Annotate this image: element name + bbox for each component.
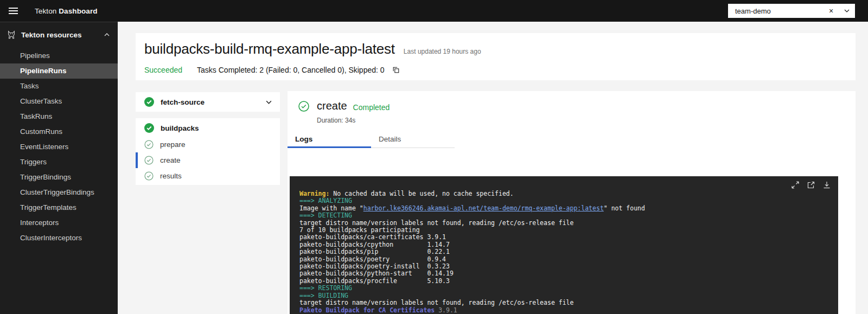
log-line: paketo-buildpacks/ca-certificates 3.9.1 (299, 234, 831, 241)
task-header-buildpacks[interactable]: buildpacks (136, 119, 280, 137)
log-line: Warning: No cached data will be used, no… (299, 190, 831, 197)
step-detail-panel: create Completed Duration: 34s LogsDetai… (288, 91, 856, 314)
tekton-logo-icon (7, 30, 16, 40)
log-link[interactable]: harbor.lke366246.akamai-apl.net/team-dem… (363, 204, 604, 212)
log-text: paketo-buildpacks/cpython 1.14.7 (299, 241, 450, 248)
sidebar-section-label: Tekton resources (21, 31, 104, 39)
step-item-results[interactable]: results (136, 168, 280, 184)
log-line: target distro name/version labels not fo… (299, 220, 831, 227)
menu-hamburger-icon[interactable] (0, 0, 26, 22)
log-text: paketo-buildpacks/procfile 5.10.3 (299, 277, 450, 285)
namespace-select[interactable]: team-demo × (728, 4, 855, 18)
log-line: paketo-buildpacks/python-start 0.14.19 (299, 270, 831, 277)
clear-selection-icon[interactable]: × (824, 7, 839, 15)
step-check-icon (144, 140, 154, 149)
step-name: create (160, 156, 181, 164)
success-check-icon (144, 123, 154, 133)
pipelinerun-header: buildpacks-build-rmq-example-app-latest … (136, 33, 856, 80)
log-line: paketo-buildpacks/cpython 1.14.7 (299, 241, 831, 248)
app-title: Tekton Dashboard (35, 7, 98, 15)
log-line: ===> DETECTING (299, 212, 831, 219)
log-text: ===> RESTORING (299, 284, 352, 292)
log-text: ===> BUILDING (299, 292, 348, 299)
log-line: paketo-buildpacks/procfile 5.10.3 (299, 278, 831, 285)
chevron-down-icon (265, 99, 272, 106)
sidebar-item-triggerbindings[interactable]: TriggerBindings (0, 170, 118, 185)
log-text: target distro name/version labels not fo… (299, 299, 573, 306)
task-name: buildpacks (161, 124, 199, 132)
log-text: paketo-buildpacks/ca-certificates 3.9.1 (299, 233, 446, 241)
sidebar-item-eventlisteners[interactable]: EventListeners (0, 139, 118, 155)
sidebar-item-tasks[interactable]: Tasks (0, 79, 118, 94)
log-line: ===> RESTORING (299, 285, 831, 292)
log-line: target distro name/version labels not fo… (299, 299, 831, 306)
tab-logs[interactable]: Logs (288, 132, 371, 148)
sidebar-items: PipelinesPipelineRunsTasksClusterTasksTa… (0, 48, 118, 246)
task-name: fetch-source (161, 98, 265, 106)
log-text: " not found (604, 204, 645, 212)
step-name: results (160, 172, 182, 180)
log-line: 7 of 10 buildpacks participating (299, 227, 831, 234)
log-line: paketo-buildpacks/poetry 0.9.4 (299, 256, 831, 263)
step-item-prepare[interactable]: prepare (136, 137, 280, 152)
namespace-select-value: team-demo (728, 7, 824, 15)
log-text: ===> DETECTING (299, 212, 352, 219)
tab-details[interactable]: Details (371, 132, 455, 148)
log-line: paketo-buildpacks/poetry-install 0.3.23 (299, 263, 831, 270)
sidebar-item-taskruns[interactable]: TaskRuns (0, 109, 118, 124)
step-item-create[interactable]: create (136, 152, 280, 168)
sidebar-item-clustertasks[interactable]: ClusterTasks (0, 94, 118, 109)
log-text: ===> ANALYZING (299, 197, 352, 204)
last-updated-text: Last updated 19 hours ago (404, 48, 481, 55)
step-title: create (317, 100, 347, 112)
sidebar-item-clusterinterceptors[interactable]: ClusterInterceptors (0, 230, 118, 246)
log-text: paketo-buildpacks/python-start 0.14.19 (299, 270, 454, 277)
main-content: buildpacks-build-rmq-example-app-latest … (118, 22, 868, 314)
step-check-icon (144, 156, 154, 165)
log-toolbar (791, 181, 831, 189)
step-status-text: Completed (353, 103, 390, 112)
log-line: ===> BUILDING (299, 292, 831, 299)
log-text: paketo-buildpacks/poetry-install 0.3.23 (299, 262, 450, 270)
step-tabs: LogsDetails (288, 132, 856, 148)
sidebar-section-tekton-resources[interactable]: Tekton resources (0, 22, 118, 45)
status-badge: Succeeded (144, 66, 182, 74)
sidebar-item-clustertriggerbindings[interactable]: ClusterTriggerBindings (0, 185, 118, 200)
step-success-check-icon (298, 101, 309, 112)
log-text: paketo-buildpacks/poetry 0.9.4 (299, 255, 446, 263)
task-item-fetch-source[interactable]: fetch-source (136, 92, 280, 112)
sidebar-item-customruns[interactable]: CustomRuns (0, 124, 118, 139)
task-item-buildpacks: buildpacks preparecreateresults (136, 118, 280, 185)
log-text: paketo-buildpacks/pip 0.22.1 (299, 248, 450, 255)
sidebar-item-pipelines[interactable]: Pipelines (0, 48, 118, 63)
open-in-new-icon[interactable] (807, 181, 815, 189)
chevron-down-icon[interactable] (839, 8, 855, 14)
app-title-product: Dashboard (59, 7, 97, 15)
log-text: Paketo Buildpack for CA Certificates (299, 306, 435, 314)
app-title-prefix: Tekton (35, 7, 56, 15)
sidebar-item-triggers[interactable]: Triggers (0, 155, 118, 170)
log-line: Image with name "harbor.lke366246.akamai… (299, 205, 831, 212)
download-icon[interactable] (822, 181, 831, 189)
sidebar: Tekton resources PipelinesPipelineRunsTa… (0, 22, 118, 314)
step-duration: Duration: 34s (317, 117, 856, 124)
step-name: prepare (160, 140, 186, 149)
log-text: 7 of 10 buildpacks participating (299, 226, 420, 234)
step-check-icon (144, 171, 154, 181)
sidebar-item-pipelineruns[interactable]: PipelineRuns (0, 63, 118, 79)
sidebar-item-interceptors[interactable]: Interceptors (0, 215, 118, 230)
log-viewer[interactable]: Warning: No cached data will be used, no… (290, 176, 838, 314)
sidebar-item-triggertemplates[interactable]: TriggerTemplates (0, 200, 118, 215)
chevron-up-icon (104, 31, 110, 38)
log-text: Image with name " (299, 204, 363, 212)
log-text: Warning: (299, 190, 329, 197)
copy-icon[interactable] (392, 66, 400, 74)
log-text: target distro name/version labels not fo… (299, 219, 573, 227)
page-title: buildpacks-build-rmq-example-app-latest (144, 41, 395, 57)
log-text: No cached data will be used, no cache sp… (329, 190, 513, 197)
log-line: ===> ANALYZING (299, 197, 831, 204)
tasks-summary: Tasks Completed: 2 (Failed: 0, Cancelled… (197, 66, 385, 74)
maximize-icon[interactable] (791, 181, 800, 189)
log-text: 3.9.1 (435, 306, 457, 314)
top-bar: Tekton Dashboard team-demo × (0, 0, 868, 22)
